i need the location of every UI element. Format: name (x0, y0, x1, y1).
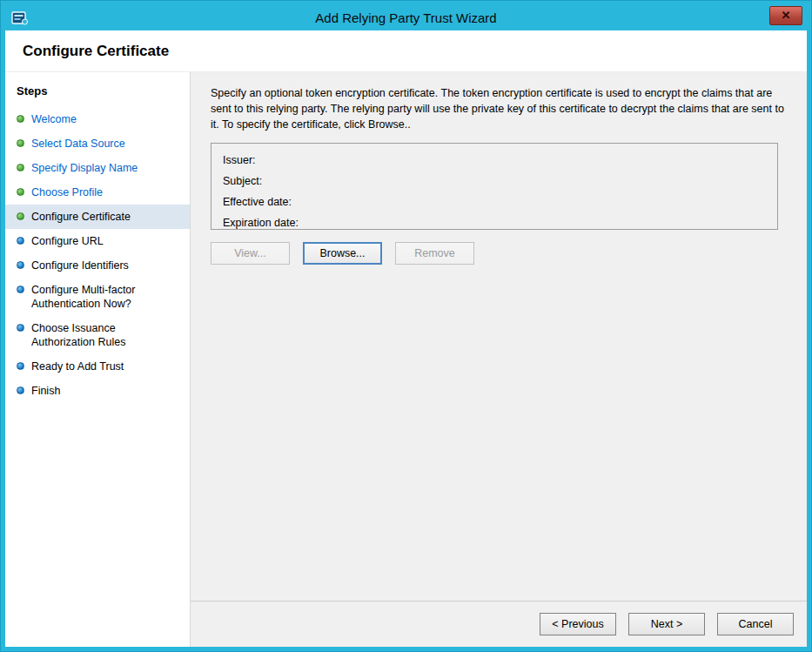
wizard-body: Steps Welcome Select Data Source Specify… (5, 72, 807, 647)
certificate-info-box: Issuer: Subject: Effective date: Expirat… (211, 143, 778, 230)
description-text: Specify an optional token encryption cer… (211, 85, 789, 132)
step-welcome[interactable]: Welcome (5, 107, 190, 131)
step-configure-url: Configure URL (5, 229, 190, 253)
wizard-app-icon (11, 10, 28, 25)
page-header: Configure Certificate (5, 30, 807, 72)
close-icon: ✕ (782, 9, 791, 22)
cert-issuer-label: Issuer: (223, 151, 766, 171)
step-choose-issuance-authorization-rules: Choose Issuance Authorization Rules (5, 316, 190, 354)
step-upcoming-icon (17, 386, 24, 394)
remove-button[interactable]: Remove (395, 242, 474, 265)
step-upcoming-icon (17, 324, 24, 332)
step-completed-icon (17, 188, 24, 196)
cert-subject-label: Subject: (223, 171, 766, 192)
steps-list: Welcome Select Data Source Specify Displ… (5, 107, 190, 403)
step-completed-icon (17, 164, 24, 171)
main-content: Specify an optional token encryption cer… (191, 72, 807, 601)
certificate-actions: View... Browse... Remove (211, 242, 789, 265)
titlebar: Add Relying Party Trust Wizard ✕ (5, 5, 807, 30)
step-configure-identifiers: Configure Identifiers (5, 253, 190, 278)
steps-sidebar: Steps Welcome Select Data Source Specify… (5, 72, 191, 647)
main-panel: Specify an optional token encryption cer… (191, 72, 807, 647)
step-configure-certificate: Configure Certificate (5, 205, 190, 229)
step-ready-to-add-trust: Ready to Add Trust (5, 354, 190, 379)
step-finish: Finish (5, 379, 190, 403)
wizard-window: Add Relying Party Trust Wizard ✕ Configu… (0, 0, 812, 652)
window-title: Add Relying Party Trust Wizard (5, 10, 807, 25)
cancel-button[interactable]: Cancel (717, 613, 794, 635)
steps-heading: Steps (5, 83, 190, 107)
step-upcoming-icon (17, 237, 24, 245)
cert-expiration-date-label: Expiration date: (223, 213, 766, 234)
step-upcoming-icon (17, 261, 24, 269)
next-button[interactable]: Next > (628, 613, 705, 635)
browse-button[interactable]: Browse... (303, 242, 382, 265)
cert-effective-date-label: Effective date: (223, 192, 766, 213)
step-current-icon (17, 212, 24, 220)
step-upcoming-icon (17, 362, 24, 370)
step-specify-display-name[interactable]: Specify Display Name (5, 156, 190, 180)
wizard-navigation: < Previous Next > Cancel (191, 601, 807, 647)
step-configure-mfa: Configure Multi-factor Authentication No… (5, 278, 190, 316)
step-completed-icon (17, 139, 24, 147)
step-select-data-source[interactable]: Select Data Source (5, 131, 190, 156)
close-button[interactable]: ✕ (769, 6, 802, 25)
view-button[interactable]: View... (211, 242, 290, 265)
page-title: Configure Certificate (23, 43, 169, 60)
step-completed-icon (17, 115, 24, 123)
step-choose-profile[interactable]: Choose Profile (5, 180, 190, 205)
step-upcoming-icon (17, 286, 24, 293)
previous-button[interactable]: < Previous (540, 613, 616, 635)
